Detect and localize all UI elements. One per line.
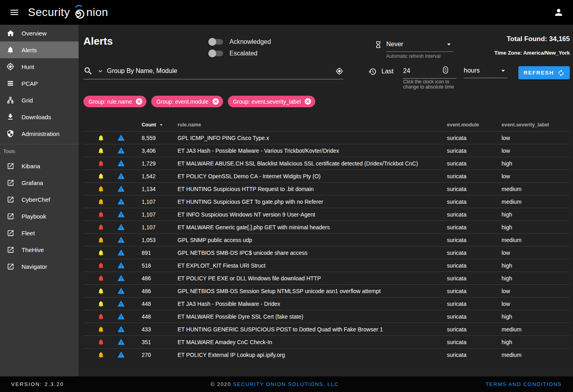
- alert-info-icon[interactable]: [113, 185, 129, 193]
- sidebar-item-administration[interactable]: Administration: [0, 125, 79, 142]
- sidebar-item-grid[interactable]: Grid: [0, 92, 79, 108]
- severity-bell-icon[interactable]: [89, 134, 113, 142]
- external-link-icon: [6, 212, 15, 221]
- event-module-cell: suricata: [447, 160, 502, 167]
- column-header-rule-name[interactable]: rule.name: [178, 122, 447, 128]
- alert-info-icon[interactable]: [113, 172, 129, 180]
- query-target-icon[interactable]: [336, 67, 343, 75]
- table-row[interactable]: 270 ET POLICY External IP Lookup api.ipi…: [83, 348, 570, 361]
- alert-info-icon[interactable]: [113, 351, 129, 359]
- alert-info-icon[interactable]: [113, 300, 129, 307]
- alert-info-icon[interactable]: [113, 211, 129, 218]
- alert-info-icon[interactable]: [113, 313, 129, 320]
- column-header-count[interactable]: Count: [129, 122, 178, 128]
- sidebar-tool-thehive[interactable]: TheHive: [0, 241, 79, 258]
- sidebar-item-alerts[interactable]: Alerts: [0, 41, 79, 58]
- table-row[interactable]: 891 GPL NETBIOS SMB-DS IPC$ unicode shar…: [83, 246, 570, 259]
- table-row[interactable]: 448 ET JA3 Hash - Possible Malware - Dri…: [83, 297, 570, 310]
- stepper-icon[interactable]: [443, 66, 448, 75]
- severity-bell-icon[interactable]: [89, 249, 113, 256]
- rule-name-cell: ET HUNTING Suspicious HTTP Request to .b…: [178, 186, 447, 192]
- severity-bell-icon[interactable]: [89, 313, 113, 320]
- duration-unit-select[interactable]: hours: [464, 66, 508, 78]
- sidebar-tool-navigator[interactable]: Navigator: [0, 258, 79, 275]
- search-history-chevron-icon[interactable]: [97, 68, 104, 75]
- sidebar-item-hunt[interactable]: Hunt: [0, 58, 79, 75]
- escalated-toggle[interactable]: [209, 51, 223, 56]
- alert-info-icon[interactable]: [113, 274, 129, 282]
- sidebar-item-pcap[interactable]: PCAP: [0, 75, 79, 92]
- table-row[interactable]: 3,406 ET JA3 Hash - Possible Malware - V…: [83, 144, 570, 157]
- alert-info-icon[interactable]: [113, 262, 129, 269]
- refresh-button[interactable]: REFRESH: [518, 66, 570, 79]
- sidebar-item-overview[interactable]: Overview: [0, 25, 79, 41]
- menu-icon[interactable]: [6, 4, 22, 20]
- alert-info-icon[interactable]: [113, 134, 129, 142]
- chip-group-rule-name[interactable]: Group: rule.name: [83, 96, 146, 107]
- chip-close-icon[interactable]: [212, 98, 219, 105]
- table-row[interactable]: 1,134 ET HUNTING Suspicious HTTP Request…: [83, 182, 570, 195]
- severity-bell-icon[interactable]: [89, 339, 113, 346]
- history-clock-icon[interactable]: [368, 67, 377, 76]
- alert-info-icon[interactable]: [113, 287, 129, 295]
- table-row[interactable]: 433 ET HUNTING GENERIC SUSPICIOUS POST t…: [83, 323, 570, 335]
- chip-close-icon[interactable]: [304, 98, 312, 105]
- severity-bell-icon[interactable]: [89, 173, 113, 180]
- severity-bell-icon[interactable]: [89, 262, 113, 269]
- severity-bell-icon[interactable]: [89, 160, 113, 167]
- severity-bell-icon[interactable]: [89, 300, 113, 307]
- terms-and-conditions-link[interactable]: TERMS AND CONDITIONS: [486, 381, 562, 387]
- company-link[interactable]: SECURITY ONION SOLUTIONS, LLC: [233, 381, 339, 387]
- table-row[interactable]: 8,559 GPL ICMP_INFO PING Cisco Type.x su…: [83, 131, 570, 144]
- table-row[interactable]: 448 ET MALWARE Possible Dyre SSL Cert (f…: [83, 310, 570, 323]
- sidebar-tool-playbook[interactable]: Playbook: [0, 208, 79, 225]
- duration-input[interactable]: [403, 67, 443, 75]
- severity-bell-icon[interactable]: [89, 236, 113, 244]
- severity-bell-icon[interactable]: [89, 147, 113, 154]
- search-input[interactable]: [107, 67, 336, 75]
- user-account-icon[interactable]: [551, 4, 567, 20]
- severity-bell-icon[interactable]: [89, 288, 113, 295]
- severity-bell-icon[interactable]: [89, 275, 113, 282]
- event-module-cell: suricata: [447, 224, 502, 230]
- severity-bell-icon[interactable]: [89, 198, 113, 205]
- alert-info-icon[interactable]: [113, 160, 129, 167]
- sidebar-item-downloads[interactable]: Downloads: [0, 108, 79, 125]
- sidebar-tool-kibana[interactable]: Kibana: [0, 158, 79, 174]
- sidebar-tool-grafana[interactable]: Grafana: [0, 174, 79, 191]
- table-row[interactable]: 351 ET MALWARE Amadey CnC Check-In suric…: [83, 335, 570, 348]
- alert-info-icon[interactable]: [113, 147, 129, 154]
- chip-close-icon[interactable]: [135, 98, 143, 105]
- column-header-event-severity-label[interactable]: event.severity_label: [502, 122, 570, 128]
- severity-bell-icon[interactable]: [89, 351, 113, 359]
- chip-group-event-module[interactable]: Group: event.module: [151, 96, 223, 107]
- table-row[interactable]: 1,107 ET INFO Suspicious Windows NT vers…: [83, 208, 570, 221]
- bell-icon: [6, 45, 15, 54]
- table-row[interactable]: 1,107 ET HUNTING Suspicious GET To gate.…: [83, 195, 570, 208]
- chip-group-event-severity-label[interactable]: Group: event.severity_label: [228, 96, 315, 107]
- table-row[interactable]: 486 ET POLICY PE EXE or DLL Windows file…: [83, 272, 570, 284]
- severity-bell-icon[interactable]: [89, 211, 113, 218]
- severity-cell: medium: [502, 352, 570, 358]
- table-row[interactable]: 1,542 ET POLICY OpenSSL Demo CA - Intern…: [83, 169, 570, 182]
- alert-info-icon[interactable]: [113, 325, 129, 333]
- alert-info-icon[interactable]: [113, 249, 129, 256]
- acknowledged-toggle[interactable]: [209, 39, 223, 45]
- alert-info-icon[interactable]: [113, 223, 129, 231]
- refresh-interval-select[interactable]: Never: [386, 40, 453, 52]
- table-row[interactable]: 486 GPL NETBIOS SMB-DS Session Setup NTM…: [83, 284, 570, 297]
- severity-bell-icon[interactable]: [89, 185, 113, 193]
- sidebar-tool-cyberchef[interactable]: CyberChef: [0, 191, 79, 208]
- alert-info-icon[interactable]: [113, 338, 129, 346]
- severity-bell-icon[interactable]: [89, 326, 113, 333]
- alert-info-icon[interactable]: [113, 198, 129, 205]
- column-header-event-module[interactable]: event.module: [447, 122, 502, 128]
- table-row[interactable]: 1,729 ET MALWARE ABUSE.CH SSL Blacklist …: [83, 157, 570, 169]
- sidebar-tool-fleet[interactable]: Fleet: [0, 225, 79, 241]
- severity-bell-icon[interactable]: [89, 224, 113, 231]
- table-row[interactable]: 518 ET EXPLOIT_KIT Fiesta URI Struct sur…: [83, 259, 570, 272]
- alert-info-icon[interactable]: [113, 236, 129, 244]
- search-icon[interactable]: [83, 66, 93, 76]
- table-row[interactable]: 1,107 ET MALWARE Generic gate[.].php GET…: [83, 221, 570, 233]
- table-row[interactable]: 1,053 GPL SNMP public access udp suricat…: [83, 233, 570, 246]
